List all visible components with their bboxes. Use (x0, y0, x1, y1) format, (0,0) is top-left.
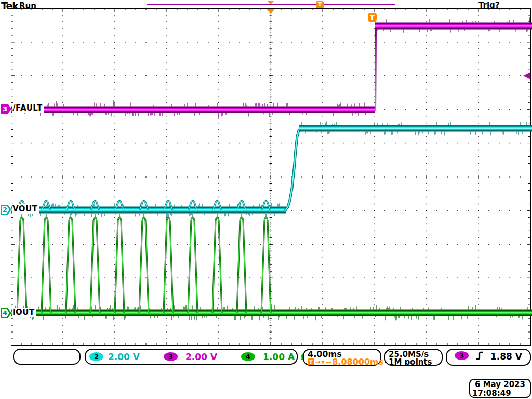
expansion-point-icon (267, 9, 275, 14)
channel-3-label: /FAULT (12, 103, 44, 113)
delay-value: −8.08000ms (325, 357, 383, 367)
record-trigger-marker: T (316, 1, 324, 8)
acquisition-readout-pill: 25.0MS/s 1M points (384, 349, 443, 366)
channel-2-label: VOUT (12, 204, 39, 214)
date-readout: 6 May 2023 (470, 380, 530, 389)
channel-3-number: 3 (1, 104, 9, 114)
channel-readouts-pill: 2 2.00 V 3 2.00 V 4 1.00 A Ω (85, 349, 298, 365)
trigger-level-readout: 1.88 V (490, 351, 522, 362)
ch3-readout-badge: 3 (164, 352, 178, 361)
channel-4-label: IOUT (12, 308, 36, 317)
trigger-status: Trig? (478, 1, 500, 10)
ch2-scale-readout: 2.00 V (108, 352, 140, 362)
trigger-level-arrow-icon (523, 72, 530, 79)
trigger-source-badge: 3 (455, 351, 469, 360)
tek-logo: Tek (1, 0, 18, 11)
delay-readout: T → ▼ −8.08000ms (308, 358, 380, 366)
ch4-scale-readout: 1.00 A (263, 352, 295, 362)
trigger-point-marker: T (368, 13, 377, 22)
readout-pill-empty (13, 349, 81, 365)
ch2-readout-badge: 2 (89, 352, 103, 361)
channel-2-number: 2 (1, 205, 9, 215)
waveform-graticule (0, 0, 532, 399)
trigger-readout-pill: 3 1.88 V (446, 349, 531, 366)
horizontal-readout-pill: 4.00ms T → ▼ −8.08000ms (303, 349, 381, 366)
ch3-scale-readout: 2.00 V (185, 352, 217, 362)
channel-4-number: 4 (1, 308, 9, 318)
datetime-pill: 6 May 2023 17:08:49 (469, 379, 531, 398)
delay-trigger-icon: T (308, 358, 314, 365)
delay-marker-icon: ▼ (321, 360, 325, 365)
oscilloscope-screen: Tek Run Trig? T T 3 /FAULT 2 VOUT 4 IOUT… (0, 0, 532, 399)
acquisition-status: Run (19, 1, 36, 10)
delay-arrow-icon: → (315, 358, 321, 366)
time-readout: 17:08:49 (470, 389, 530, 398)
record-length-readout: 1M points (389, 358, 442, 366)
record-expansion-marker-icon (267, 1, 274, 4)
ch4-readout-badge: 4 (241, 352, 255, 361)
rising-edge-icon (476, 351, 483, 360)
